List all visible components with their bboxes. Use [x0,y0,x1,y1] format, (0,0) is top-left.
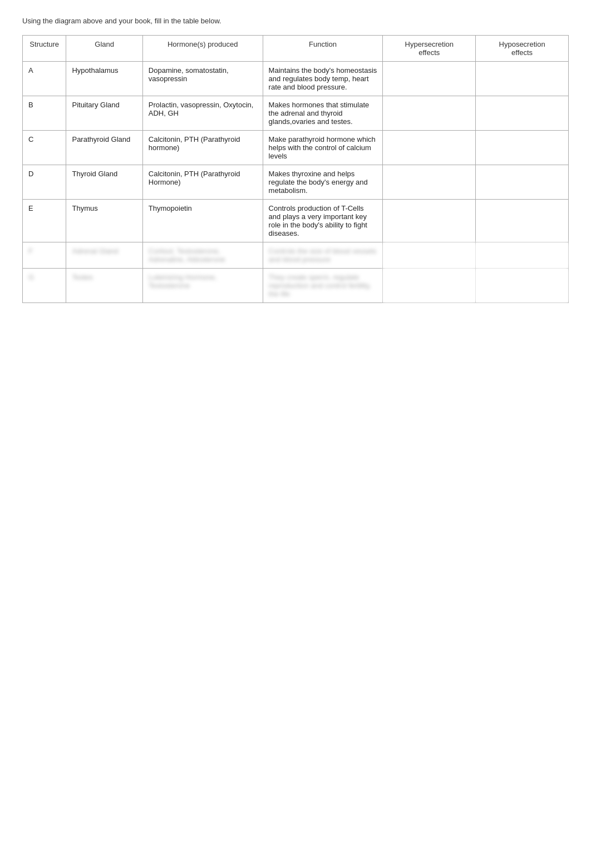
cell-structure: D [23,165,66,200]
cell-hyper [383,269,476,303]
cell-hormone: Thymopoietin [142,200,263,242]
cell-function: Make parathyroid hormone which helps wit… [263,131,383,165]
header-hyposecretion: Hyposecretioneffects [476,36,569,62]
cell-structure: B [23,96,66,131]
table-row: BPituitary GlandProlactin, vasopressin, … [23,96,569,131]
cell-function: Maintains the body's homeostasis and reg… [263,62,383,96]
cell-hormone: Prolactin, vasopressin, Oxytocin, ADH, G… [142,96,263,131]
cell-hormone: Luteinizing Hormone, Testosterone [142,269,263,303]
cell-hypo [476,165,569,200]
header-hypersecretion: Hypersecretioneffects [383,36,476,62]
cell-gland: Thymus [66,200,142,242]
table-row: FAdrenal GlandCortisol, Testosterone, Ad… [23,242,569,269]
table-row: GTestesLuteinizing Hormone, Testosterone… [23,269,569,303]
table-row: AHypothalamusDopamine, somatostatin, vas… [23,62,569,96]
cell-hypo [476,269,569,303]
header-structure: Structure [23,36,66,62]
cell-hyper [383,62,476,96]
cell-function: Makes thyroxine and helps regulate the b… [263,165,383,200]
cell-hyper [383,131,476,165]
cell-hypo [476,131,569,165]
cell-hyper [383,242,476,269]
header-hormone: Hormone(s) produced [142,36,263,62]
header-gland: Gland [66,36,142,62]
cell-gland: Hypothalamus [66,62,142,96]
cell-hyper [383,165,476,200]
endocrine-table: Structure Gland Hormone(s) produced Func… [22,35,569,303]
cell-function: Controls the size of blood vessels and b… [263,242,383,269]
cell-structure: G [23,269,66,303]
cell-gland: Parathyroid Gland [66,131,142,165]
cell-hormone: Calcitonin, PTH (Parathyroid hormone) [142,131,263,165]
cell-hormone: Dopamine, somatostatin, vasopressin [142,62,263,96]
header-function: Function [263,36,383,62]
table-row: EThymusThymopoietinControls production o… [23,200,569,242]
cell-structure: F [23,242,66,269]
cell-gland: Testes [66,269,142,303]
cell-structure: C [23,131,66,165]
table-row: DThyroid GlandCalcitonin, PTH (Parathyro… [23,165,569,200]
cell-gland: Thyroid Gland [66,165,142,200]
cell-hypo [476,96,569,131]
instruction-text: Using the diagram above and your book, f… [22,17,569,25]
cell-function: Controls production of T-Cells and plays… [263,200,383,242]
cell-hyper [383,96,476,131]
cell-hypo [476,62,569,96]
cell-function: Makes hormones that stimulate the adrena… [263,96,383,131]
cell-hormone: Cortisol, Testosterone, Adrenaline, Aldo… [142,242,263,269]
cell-structure: E [23,200,66,242]
cell-function: They create sperm, regulate reproduction… [263,269,383,303]
cell-hormone: Calcitonin, PTH (Parathyroid Hormone) [142,165,263,200]
cell-structure: A [23,62,66,96]
cell-gland: Pituitary Gland [66,96,142,131]
table-header-row: Structure Gland Hormone(s) produced Func… [23,36,569,62]
table-row: CParathyroid GlandCalcitonin, PTH (Parat… [23,131,569,165]
cell-hypo [476,200,569,242]
cell-gland: Adrenal Gland [66,242,142,269]
cell-hypo [476,242,569,269]
cell-hyper [383,200,476,242]
